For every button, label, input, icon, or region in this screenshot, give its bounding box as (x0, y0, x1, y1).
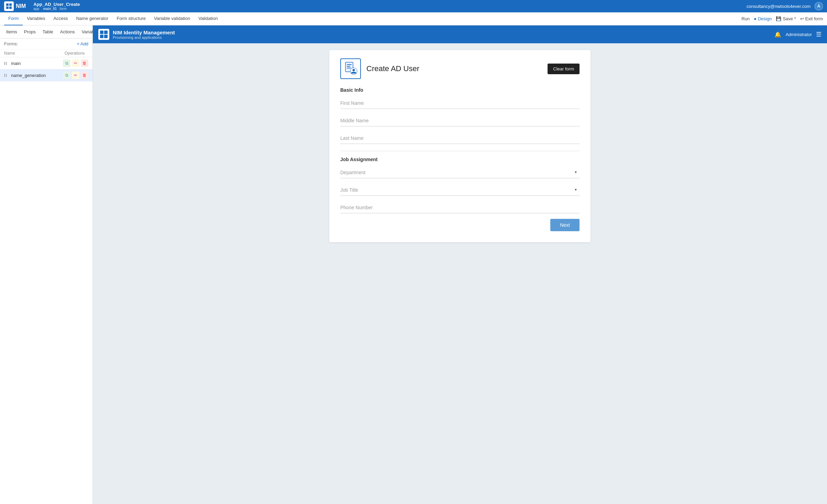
user-avatar: A (815, 2, 823, 10)
svg-rect-7 (104, 35, 108, 38)
middle-name-input[interactable] (340, 114, 580, 126)
radio-icon: ● (754, 16, 757, 21)
clear-form-button[interactable]: Clear form (548, 64, 580, 74)
next-button[interactable]: Next (550, 219, 580, 231)
second-nav-right: Run ● Design 💾 Save * ↩ Exit form (741, 16, 823, 21)
forms-header: Forms: + Add (0, 38, 92, 49)
svg-rect-5 (104, 31, 108, 34)
form-icon-box (340, 58, 361, 79)
job-assignment-label: Job Assignment (340, 157, 580, 162)
nim-header-bar: NIM Identity Management Provisioning and… (93, 25, 827, 43)
logo-text: NIM (16, 3, 26, 9)
main-layout: Items Props Table Actions Variables Form… (0, 25, 827, 504)
form-container: Create AD User Clear form Basic Info Job… (329, 50, 591, 242)
basic-info-label: Basic Info (340, 87, 580, 93)
svg-rect-6 (100, 35, 103, 38)
last-name-input[interactable] (340, 132, 580, 144)
nav-validation[interactable]: Validation (194, 12, 222, 25)
top-bar-right: consultancy@nwtools4ever.com A (747, 2, 823, 10)
content-area: NIM Identity Management Provisioning and… (93, 25, 827, 504)
nav-variable-validation[interactable]: Variable validation (150, 12, 194, 25)
edit-form-name-generation[interactable]: ✏ (72, 71, 79, 79)
admin-name: Administrator (785, 32, 812, 37)
nim-header-title: NIM Identity Management (113, 30, 175, 35)
nim-header-subtitle: Provisioning and applications (113, 35, 175, 40)
svg-rect-11 (347, 68, 351, 68)
forms-label: Forms: (4, 41, 18, 46)
nav-name-generator[interactable]: Name generator (72, 12, 112, 25)
top-bar-left: NIM App_AD_User_Create app main_01 form (4, 1, 80, 11)
form-row-main[interactable]: main ⧉ ✏ 🗑 (0, 57, 92, 69)
section-divider (340, 151, 580, 151)
nim-header-text: NIM Identity Management Provisioning and… (113, 30, 175, 40)
sidebar-item-props[interactable]: Props (21, 25, 39, 38)
svg-rect-2 (6, 7, 9, 9)
svg-point-13 (353, 69, 355, 71)
form-name-name-generation: name_generation (11, 73, 63, 78)
sidebar-item-actions[interactable]: Actions (57, 25, 78, 38)
form-name-main: main (11, 61, 63, 66)
left-sidebar: Items Props Table Actions Variables Form… (0, 25, 93, 504)
svg-rect-1 (9, 3, 12, 6)
menu-icon[interactable]: ☰ (816, 31, 822, 38)
notification-icon[interactable]: 🔔 (774, 31, 781, 38)
department-select[interactable]: Department (340, 166, 580, 178)
form-title-left: Create AD User (340, 58, 419, 79)
design-button[interactable]: ● Design (754, 16, 772, 21)
nav-form[interactable]: Form (4, 12, 23, 25)
breadcrumb: App_AD_User_Create app main_01 form (33, 2, 80, 11)
nim-header-logo-icon (98, 29, 109, 40)
drag-handle-icon-2 (4, 74, 11, 77)
sidebar-item-items[interactable]: Items (3, 25, 21, 38)
sidebar-top-nav: Items Props Table Actions Variables Form… (0, 25, 92, 38)
save-button[interactable]: 💾 Save * (776, 16, 796, 21)
exit-form-button[interactable]: ↩ Exit form (800, 16, 823, 21)
forms-table-header: Name Operations (0, 49, 92, 57)
phone-number-input[interactable] (340, 201, 580, 213)
copy-form-name-generation[interactable]: ⧉ (63, 71, 70, 79)
sidebar-item-table[interactable]: Table (39, 25, 57, 38)
add-form-button[interactable]: + Add (77, 41, 88, 46)
svg-rect-10 (347, 66, 350, 67)
user-email: consultancy@nwtools4ever.com (747, 4, 811, 9)
job-title-select[interactable]: Job Title (340, 184, 580, 195)
nim-header-left: NIM Identity Management Provisioning and… (98, 29, 175, 40)
col-operations-header: Operations (61, 51, 88, 56)
form-operations-main: ⧉ ✏ 🗑 (63, 59, 88, 67)
exit-icon: ↩ (800, 16, 804, 21)
form-operations-name-generation: ⧉ ✏ 🗑 (63, 71, 88, 79)
second-nav-left: Form Variables Access Name generator For… (4, 12, 222, 25)
nim-logo-icon (4, 1, 14, 11)
form-row-name-generation[interactable]: name_generation ⧉ ✏ 🗑 (0, 69, 92, 81)
delete-form-main[interactable]: 🗑 (81, 59, 88, 67)
job-title-select-wrapper: Job Title ▾ (340, 184, 580, 196)
department-select-wrapper: Department ▾ (340, 166, 580, 178)
form-title: Create AD User (366, 64, 419, 73)
form-actions: Next (340, 219, 580, 231)
svg-rect-9 (347, 64, 352, 65)
form-title-area: Create AD User Clear form (340, 58, 580, 79)
run-button[interactable]: Run (741, 16, 750, 21)
nim-logo: NIM (4, 1, 26, 11)
svg-rect-4 (100, 31, 103, 34)
first-name-input[interactable] (340, 97, 580, 109)
nav-variables[interactable]: Variables (23, 12, 49, 25)
save-icon: 💾 (776, 16, 781, 21)
edit-form-main[interactable]: ✏ (72, 59, 79, 67)
breadcrumb-app: App_AD_User_Create (33, 2, 80, 7)
nim-header-right: 🔔 Administrator ☰ (774, 31, 822, 38)
breadcrumb-sub: app main_01 form (33, 7, 80, 11)
top-bar: NIM App_AD_User_Create app main_01 form … (0, 0, 827, 12)
copy-form-main[interactable]: ⧉ (63, 59, 70, 67)
delete-form-name-generation[interactable]: 🗑 (81, 71, 88, 79)
nav-form-structure[interactable]: Form structure (112, 12, 150, 25)
col-name-header: Name (4, 51, 61, 56)
svg-rect-0 (6, 3, 9, 6)
drag-handle-icon (4, 62, 11, 65)
svg-rect-3 (9, 7, 12, 9)
second-nav: Form Variables Access Name generator For… (0, 12, 827, 25)
nav-access[interactable]: Access (49, 12, 72, 25)
